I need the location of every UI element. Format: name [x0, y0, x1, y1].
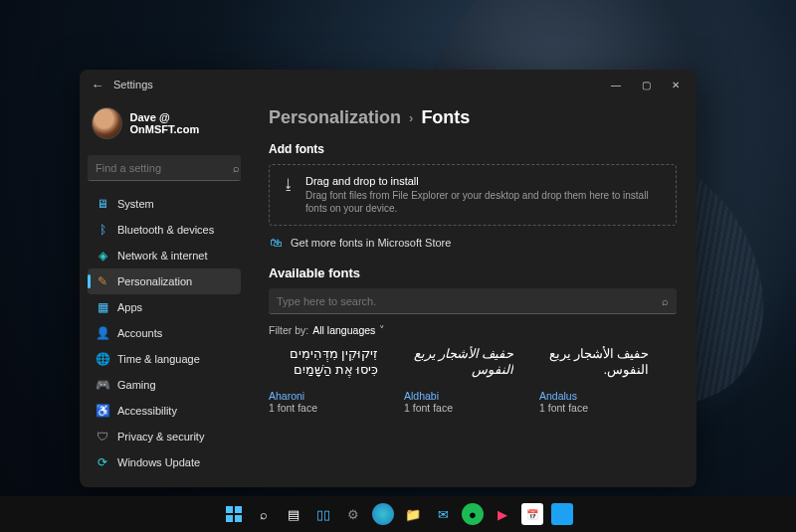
- twitter-icon[interactable]: [551, 503, 573, 525]
- nav-icon: 🌐: [96, 352, 109, 366]
- store-link[interactable]: 🛍 Get more fonts in Microsoft Store: [269, 236, 677, 250]
- add-fonts-heading: Add fonts: [269, 142, 677, 156]
- sidebar-item-label: Time & language: [117, 353, 200, 365]
- svg-rect-0: [226, 506, 233, 513]
- font-card[interactable]: حفيف الأشجار يربع النفوسAldhabi1 font fa…: [404, 346, 513, 414]
- font-preview: حفيف الأشجار يربع النفوس: [404, 346, 513, 384]
- svg-rect-2: [226, 515, 233, 522]
- font-faces: 1 font face: [269, 402, 378, 414]
- sidebar-item-network-internet[interactable]: ◈Network & internet: [88, 243, 241, 268]
- font-preview: זִיקוּקִין מִדְּהִימִים כִּיסוּ אֶת הַשָ…: [269, 346, 378, 384]
- sidebar-item-personalization[interactable]: ✎Personalization: [88, 268, 241, 294]
- close-button[interactable]: ✕: [661, 73, 691, 96]
- dropzone-title: Drag and drop to install: [305, 175, 664, 187]
- sidebar-item-label: System: [117, 198, 154, 210]
- window-title: Settings: [113, 79, 601, 90]
- font-search[interactable]: ⌕: [269, 288, 677, 314]
- nav-icon: ◈: [96, 249, 109, 263]
- chevron-down-icon: ˅: [379, 324, 385, 336]
- taskbar-search-icon[interactable]: ⌕: [253, 503, 275, 525]
- font-faces: 1 font face: [404, 402, 513, 414]
- sidebar-item-gaming[interactable]: 🎮Gaming: [88, 372, 241, 398]
- dropzone-subtitle: Drag font files from File Explorer or yo…: [305, 189, 664, 215]
- breadcrumb: Personalization › Fonts: [269, 105, 677, 128]
- mail-icon[interactable]: ✉: [432, 503, 454, 525]
- settings-app-icon[interactable]: ⚙: [342, 503, 364, 525]
- nav-icon: ⟳: [96, 455, 109, 469]
- font-faces: 1 font face: [539, 402, 649, 414]
- settings-search[interactable]: ⌕: [88, 155, 241, 181]
- sidebar-item-windows-update[interactable]: ⟳Windows Update: [88, 449, 241, 475]
- search-icon: ⌕: [233, 162, 240, 174]
- filter-label: Filter by:: [269, 324, 308, 336]
- sidebar: Dave @ OnMSFT.com ⌕ 🖥SystemᛒBluetooth & …: [80, 99, 249, 487]
- edge-icon[interactable]: [372, 503, 394, 525]
- breadcrumb-current: Fonts: [421, 107, 470, 128]
- cursor-drop-icon: ⭳: [282, 175, 296, 192]
- font-grid: זִיקוּקִין מִדְּהִימִים כִּיסוּ אֶת הַשָ…: [269, 346, 677, 414]
- font-search-input[interactable]: [277, 295, 662, 307]
- sidebar-item-system[interactable]: 🖥System: [88, 191, 241, 217]
- sidebar-item-privacy-security[interactable]: 🛡Privacy & security: [88, 424, 241, 449]
- widgets-icon[interactable]: ▯▯: [312, 503, 334, 525]
- task-view-icon[interactable]: ▤: [283, 503, 304, 525]
- svg-rect-1: [235, 506, 242, 513]
- sidebar-item-label: Personalization: [117, 275, 192, 287]
- user-name: Dave @ OnMSFT.com: [130, 111, 237, 135]
- sidebar-item-label: Accessibility: [117, 405, 177, 417]
- file-explorer-icon[interactable]: 📁: [402, 503, 424, 525]
- chevron-right-icon: ›: [409, 110, 413, 125]
- sidebar-item-label: Gaming: [117, 379, 156, 391]
- available-fonts-heading: Available fonts: [269, 266, 677, 280]
- font-name: Aharoni: [269, 390, 378, 402]
- store-icon: 🛍: [269, 236, 283, 250]
- nav-icon: 🛡: [96, 430, 109, 443]
- media-icon[interactable]: ▶: [492, 503, 513, 525]
- titlebar: ← Settings — ▢ ✕: [80, 70, 696, 99]
- font-card[interactable]: حفيف الأشجار يربع النفوس.Andalus1 font f…: [539, 346, 649, 414]
- sidebar-item-label: Windows Update: [117, 456, 200, 468]
- svg-rect-3: [235, 515, 242, 522]
- nav-icon: ♿: [96, 404, 109, 418]
- minimize-button[interactable]: —: [601, 73, 631, 96]
- sidebar-item-accessibility[interactable]: ♿Accessibility: [88, 398, 241, 424]
- spotify-icon[interactable]: ●: [462, 503, 484, 525]
- font-preview: حفيف الأشجار يربع النفوس.: [539, 346, 649, 384]
- sidebar-item-label: Bluetooth & devices: [117, 224, 214, 236]
- nav-icon: 👤: [96, 326, 109, 340]
- nav-icon: 🖥: [96, 197, 109, 211]
- sidebar-item-bluetooth-devices[interactable]: ᛒBluetooth & devices: [88, 217, 241, 243]
- sidebar-item-label: Network & internet: [117, 250, 207, 262]
- back-button[interactable]: ←: [86, 73, 109, 96]
- filter-value: All languages: [312, 324, 375, 336]
- maximize-button[interactable]: ▢: [631, 73, 661, 96]
- search-icon: ⌕: [662, 295, 669, 307]
- sidebar-item-label: Privacy & security: [117, 431, 204, 443]
- font-name: Aldhabi: [404, 390, 513, 402]
- font-card[interactable]: זִיקוּקִין מִדְּהִימִים כִּיסוּ אֶת הַשָ…: [269, 346, 378, 414]
- sidebar-item-time-language[interactable]: 🌐Time & language: [88, 346, 241, 372]
- store-link-label: Get more fonts in Microsoft Store: [291, 237, 451, 249]
- nav-icon: 🎮: [96, 378, 109, 392]
- sidebar-item-accounts[interactable]: 👤Accounts: [88, 320, 241, 346]
- user-profile[interactable]: Dave @ OnMSFT.com: [88, 103, 241, 149]
- settings-search-input[interactable]: [96, 162, 233, 174]
- avatar: [92, 107, 122, 139]
- breadcrumb-parent[interactable]: Personalization: [269, 107, 401, 128]
- nav-icon: ᛒ: [96, 223, 109, 237]
- settings-window: ← Settings — ▢ ✕ Dave @ OnMSFT.com ⌕ 🖥Sy…: [80, 70, 696, 487]
- sidebar-item-apps[interactable]: ▦Apps: [88, 294, 241, 320]
- taskbar: ⌕ ▤ ▯▯ ⚙ 📁 ✉ ● ▶ 📅: [0, 496, 796, 532]
- start-button[interactable]: [223, 503, 245, 525]
- nav-icon: ✎: [96, 274, 109, 288]
- sidebar-item-label: Apps: [117, 301, 142, 313]
- nav-icon: ▦: [96, 300, 109, 314]
- font-name: Andalus: [539, 390, 649, 402]
- font-dropzone[interactable]: ⭳ Drag and drop to install Drag font fil…: [269, 164, 677, 226]
- calendar-icon[interactable]: 📅: [521, 503, 543, 525]
- sidebar-item-label: Accounts: [117, 327, 162, 339]
- filter-row[interactable]: Filter by: All languages ˅: [269, 324, 677, 336]
- main-content: Personalization › Fonts Add fonts ⭳ Drag…: [249, 99, 696, 487]
